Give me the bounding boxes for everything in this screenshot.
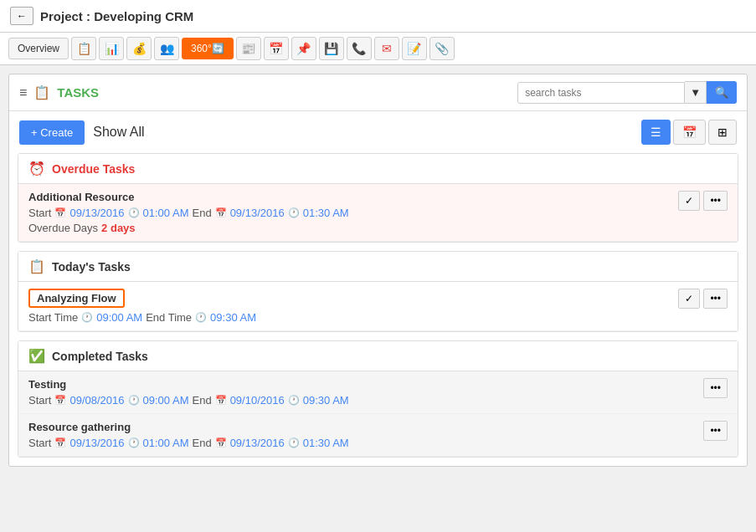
overdue-icon: ⏰ xyxy=(28,161,45,176)
end-date-r: 09/13/2016 xyxy=(230,437,285,449)
end-label-t: End xyxy=(192,394,211,407)
toolbar-icon-5[interactable]: 📰 xyxy=(236,37,261,60)
toolbar-icon-1[interactable]: 📋 xyxy=(71,37,96,60)
end-time-r: 01:30 AM xyxy=(303,437,349,449)
task-check-btn[interactable]: ✓ xyxy=(678,191,700,211)
start-date-r: 09/13/2016 xyxy=(69,437,124,449)
end-date-t: 09/10/2016 xyxy=(230,394,285,407)
cal-icon-t2: 📅 xyxy=(215,395,227,406)
end-time: 01:30 AM xyxy=(303,207,349,219)
task-meta-2: Overdue Days 2 days xyxy=(28,222,678,234)
start-label-t: Start xyxy=(28,394,51,407)
overdue-section-header: ⏰ Overdue Tasks xyxy=(18,154,738,184)
toolbar-icon-2[interactable]: 📊 xyxy=(99,37,124,60)
time-icon-1: 🕐 xyxy=(128,207,140,218)
task-actions-right: ✓ ••• xyxy=(678,191,728,211)
task-more-btn-testing[interactable]: ••• xyxy=(703,378,728,398)
task-name-testing: Testing xyxy=(28,378,703,391)
back-button[interactable]: ← xyxy=(10,7,33,25)
task-content: Additional Resource Start 📅 09/13/2016 🕐… xyxy=(28,191,678,234)
start-label-r: Start xyxy=(28,437,51,449)
view-grid-btn[interactable]: ⊞ xyxy=(708,120,737,145)
toolbar-360[interactable]: 360°🔄 xyxy=(182,38,234,59)
time-icon-2: 🕐 xyxy=(288,207,300,218)
start-time-label: Start Time xyxy=(28,311,78,324)
start-time-today: 09:00 AM xyxy=(96,311,142,324)
start-label: Start xyxy=(28,207,51,219)
time-icon-r2: 🕐 xyxy=(288,437,300,448)
task-more-btn-today[interactable]: ••• xyxy=(703,289,728,309)
search-input[interactable] xyxy=(517,82,685,104)
today-section-header: 📋 Today's Tasks xyxy=(18,252,738,282)
end-time-today: 09:30 AM xyxy=(210,311,256,324)
task-actions-right-today: ✓ ••• xyxy=(678,289,728,309)
view-list-btn[interactable]: ☰ xyxy=(641,120,671,145)
today-section: 📋 Today's Tasks Analyzing Flow Start Tim… xyxy=(18,251,738,332)
toolbar-icon-8[interactable]: 💾 xyxy=(319,37,344,60)
tasks-actions: + Create Show All ☰ 📅 ⊞ xyxy=(9,111,747,153)
completed-title: Completed Tasks xyxy=(52,350,148,363)
task-name-resource: Resource gathering xyxy=(28,421,703,433)
task-item: Additional Resource Start 📅 09/13/2016 🕐… xyxy=(18,184,738,242)
toolbar-icon-9[interactable]: 📞 xyxy=(347,37,372,60)
search-area: ▼ 🔍 xyxy=(517,81,737,104)
toolbar-icon-4[interactable]: 👥 xyxy=(154,37,179,60)
toolbar-icon-7[interactable]: 📌 xyxy=(291,37,316,60)
task-more-btn-resource[interactable]: ••• xyxy=(703,421,728,441)
main-content: ≡ 📋 TASKS ▼ 🔍 + Create Show All ☰ 📅 ⊞ ⏰ … xyxy=(8,74,748,467)
cal-icon-2: 📅 xyxy=(215,207,227,218)
today-title: Today's Tasks xyxy=(52,260,131,274)
start-time: 01:00 AM xyxy=(143,207,189,219)
end-time-t: 09:30 AM xyxy=(303,394,349,407)
top-bar: ← Project : Developing CRM xyxy=(0,0,756,33)
overdue-days-label: Overdue Days xyxy=(28,222,98,234)
task-name-today[interactable]: Analyzing Flow xyxy=(28,289,125,308)
hamburger-icon[interactable]: ≡ xyxy=(19,85,27,100)
task-meta-1: Start 📅 09/13/2016 🕐 01:00 AM End 📅 09/1… xyxy=(28,207,678,219)
toolbar-overview[interactable]: Overview xyxy=(8,38,69,59)
end-label: End xyxy=(192,207,211,219)
toolbar-icon-3[interactable]: 💰 xyxy=(126,37,152,60)
task-row-testing: Testing Start 📅 09/08/2016 🕐 09:00 AM En… xyxy=(28,378,728,407)
toolbar-icon-12[interactable]: 📎 xyxy=(429,37,455,60)
task-item-testing: Testing Start 📅 09/08/2016 🕐 09:00 AM En… xyxy=(18,371,738,414)
task-meta-resource: Start 📅 09/13/2016 🕐 01:00 AM End 📅 09/1… xyxy=(28,437,703,449)
task-item-resource: Resource gathering Start 📅 09/13/2016 🕐 … xyxy=(18,414,738,457)
time-icon-t2: 🕐 xyxy=(288,395,300,406)
task-content-resource: Resource gathering Start 📅 09/13/2016 🕐 … xyxy=(28,421,703,449)
search-button[interactable]: 🔍 xyxy=(707,81,737,104)
task-more-btn[interactable]: ••• xyxy=(703,191,728,211)
view-buttons: ☰ 📅 ⊞ xyxy=(641,120,737,145)
overdue-title: Overdue Tasks xyxy=(52,162,135,176)
time-icon-today-2: 🕐 xyxy=(195,312,207,323)
task-name: Additional Resource xyxy=(28,191,678,203)
completed-section: ✅ Completed Tasks Testing Start 📅 09/08/… xyxy=(18,340,738,458)
task-actions-right-testing: ••• xyxy=(703,378,728,398)
task-actions-right-resource: ••• xyxy=(703,421,728,441)
completed-icon: ✅ xyxy=(28,348,45,364)
end-label-r: End xyxy=(192,437,211,449)
task-row: Additional Resource Start 📅 09/13/2016 🕐… xyxy=(28,191,728,234)
cal-icon-r2: 📅 xyxy=(215,437,227,448)
task-content-today: Analyzing Flow Start Time 🕐 09:00 AM End… xyxy=(28,289,678,324)
toolbar-icon-10[interactable]: ✉ xyxy=(374,37,399,60)
show-all-label: Show All xyxy=(93,125,144,140)
end-date: 09/13/2016 xyxy=(230,207,285,219)
task-check-btn-today[interactable]: ✓ xyxy=(678,289,700,309)
start-date: 09/13/2016 xyxy=(69,207,124,219)
task-item-today: Analyzing Flow Start Time 🕐 09:00 AM End… xyxy=(18,282,738,331)
task-meta-today: Start Time 🕐 09:00 AM End Time 🕐 09:30 A… xyxy=(28,311,678,324)
toolbar-icon-6[interactable]: 📅 xyxy=(264,37,289,60)
overdue-section: ⏰ Overdue Tasks Additional Resource Star… xyxy=(18,153,738,243)
task-row-today: Analyzing Flow Start Time 🕐 09:00 AM End… xyxy=(28,289,728,324)
create-button[interactable]: + Create xyxy=(19,120,85,145)
tasks-title: TASKS xyxy=(57,85,99,100)
toolbar-icon-11[interactable]: 📝 xyxy=(402,37,427,60)
time-icon-r1: 🕐 xyxy=(128,437,140,448)
overdue-days-value: 2 days xyxy=(101,222,135,234)
toolbar: Overview 📋 📊 💰 👥 360°🔄 📰 📅 📌 💾 📞 ✉ 📝 📎 xyxy=(0,33,756,65)
start-time-r: 01:00 AM xyxy=(143,437,189,449)
search-dropdown-btn[interactable]: ▼ xyxy=(685,81,707,104)
tasks-header-icon: 📋 xyxy=(33,84,50,100)
view-calendar-btn[interactable]: 📅 xyxy=(673,120,706,145)
